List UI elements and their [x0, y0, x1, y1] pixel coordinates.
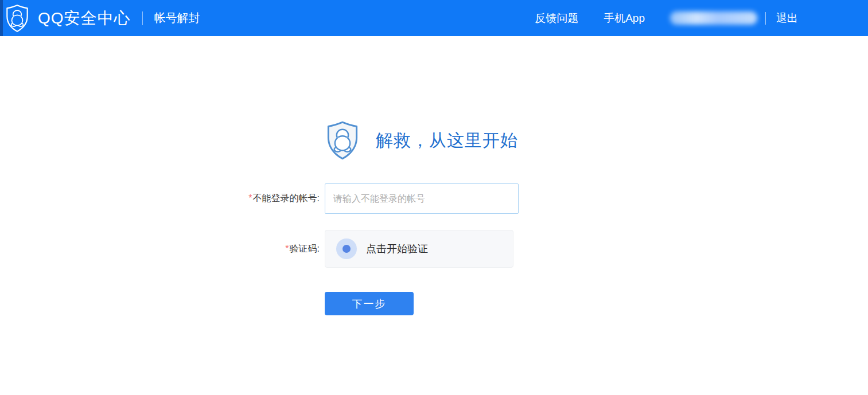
page-title: 解救，从这里开始 — [376, 129, 518, 152]
captcha-label: *验证码: — [0, 243, 320, 255]
username-redacted — [670, 11, 757, 25]
captcha-prompt: 点击开始验证 — [366, 242, 428, 256]
brand-title[interactable]: QQ安全中心 — [38, 7, 131, 29]
captcha-widget[interactable]: 点击开始验证 — [325, 230, 513, 268]
captcha-dot-icon — [342, 245, 351, 253]
account-row: *不能登录的帐号: — [0, 183, 868, 214]
next-step-button[interactable]: 下一步 — [325, 292, 414, 315]
nav-feedback-link[interactable]: 反馈问题 — [535, 11, 578, 26]
section-title: 帐号解封 — [154, 10, 200, 26]
account-label-text: 不能登录的帐号: — [253, 193, 320, 203]
required-mark: * — [285, 244, 289, 253]
hero: 解救，从这里开始 — [325, 119, 868, 162]
nav-divider — [765, 12, 766, 25]
main-content: 解救，从这里开始 *不能登录的帐号: *验证码: 点击开始验证 下一步 — [0, 119, 868, 315]
header-divider — [142, 11, 143, 25]
captcha-radio-icon[interactable] — [336, 238, 357, 259]
unblock-form: *不能登录的帐号: *验证码: 点击开始验证 下一步 — [0, 183, 868, 315]
required-mark: * — [248, 193, 252, 203]
qq-shield-logo-icon[interactable] — [5, 4, 30, 33]
captcha-label-text: 验证码: — [290, 244, 320, 253]
account-label: *不能登录的帐号: — [0, 193, 320, 205]
submit-row: 下一步 — [0, 292, 868, 315]
qq-shield-icon — [325, 119, 360, 162]
account-input[interactable] — [325, 183, 519, 214]
top-nav: 反馈问题 手机App 退出 — [535, 11, 798, 26]
window-edge — [0, 0, 3, 36]
logout-link[interactable]: 退出 — [776, 11, 798, 26]
captcha-row: *验证码: 点击开始验证 — [0, 230, 868, 268]
header: QQ安全中心 帐号解封 反馈问题 手机App 退出 — [0, 0, 868, 36]
nav-mobile-app-link[interactable]: 手机App — [604, 11, 645, 26]
